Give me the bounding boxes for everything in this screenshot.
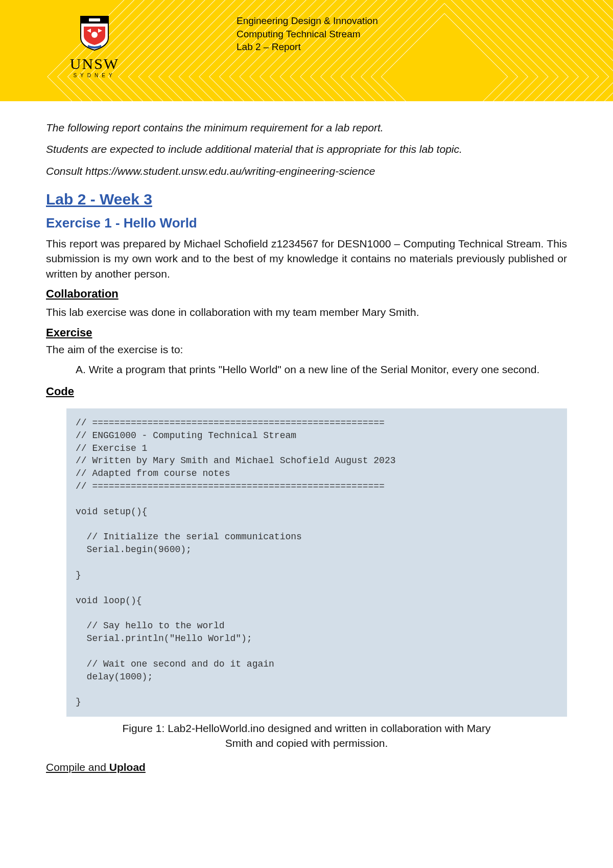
- compile-prefix: Compile and: [46, 761, 109, 773]
- intro-block: The following report contains the minimu…: [46, 121, 567, 178]
- header-meta: Engineering Design & Innovation Computin…: [237, 14, 378, 54]
- page-title: Lab 2 - Week 3: [46, 191, 567, 208]
- svg-point-2: [91, 32, 98, 38]
- intro-p2: Students are expected to include additio…: [46, 142, 567, 156]
- exercise-title: Exercise 1 - Hello World: [46, 215, 567, 231]
- code-block: // =====================================…: [66, 408, 567, 717]
- logo-subtext: SYDNEY: [61, 73, 128, 78]
- figure-caption: Figure 1: Lab2-HelloWorld.ino designed a…: [107, 721, 506, 751]
- header-line-2: Computing Technical Stream: [237, 28, 378, 41]
- university-logo: UNSW SYDNEY: [61, 15, 128, 78]
- header-band: UNSW SYDNEY Engineering Design & Innovat…: [0, 0, 613, 101]
- collaboration-heading: Collaboration: [46, 287, 567, 301]
- svg-rect-1: [89, 18, 100, 21]
- decorative-lines: [163, 0, 613, 101]
- exercise-item: A. Write a program that prints "Hello Wo…: [76, 362, 562, 377]
- intro-p3: Consult https://www.student.unsw.edu.au/…: [46, 164, 567, 178]
- exercise-heading: Exercise: [46, 326, 567, 339]
- compile-bold: Upload: [109, 761, 146, 773]
- page-content: The following report contains the minimu…: [0, 101, 613, 773]
- code-heading: Code: [46, 385, 567, 398]
- logo-text: UNSW: [61, 56, 128, 72]
- header-line-1: Engineering Design & Innovation: [237, 14, 378, 28]
- header-line-3: Lab 2 – Report: [237, 40, 378, 54]
- compile-upload-heading: Compile and Upload: [46, 761, 567, 773]
- author-statement: This report was prepared by Michael Scho…: [46, 236, 567, 281]
- shield-icon: [80, 15, 109, 51]
- exercise-aim: The aim of the exercise is to:: [46, 344, 567, 356]
- collaboration-text: This lab exercise was done in collaborat…: [46, 305, 567, 319]
- intro-p1: The following report contains the minimu…: [46, 121, 567, 135]
